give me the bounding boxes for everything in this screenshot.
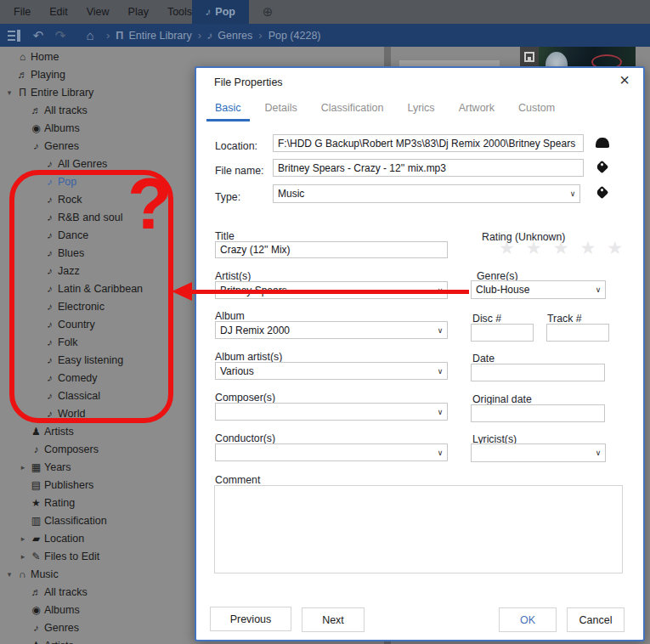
star-icon[interactable]: ★ [579, 238, 596, 258]
date-input[interactable] [471, 364, 605, 381]
breadcrumb-toolbar: ↶ ↷ ⌂ › ΠEntire Library › ♪Genres › Pop … [0, 24, 650, 47]
tab-classification[interactable]: Classification [313, 100, 393, 121]
sidebar-item-label: Classification [44, 515, 107, 527]
star-icon[interactable]: ★ [607, 238, 623, 258]
sidebar-item-location[interactable]: ▸▰Location [0, 529, 195, 547]
title-label: Title [215, 230, 235, 242]
composer-label: Composer(s) [215, 392, 275, 404]
sidebar-item-label: Files to Edit [44, 551, 99, 562]
sidebar-item-label: All tracks [44, 586, 88, 598]
rating-stars[interactable]: ★ ★ ★ ★ ★ [499, 238, 623, 258]
annotation-arrow-line [190, 290, 469, 294]
disc-input[interactable] [471, 324, 534, 342]
sidebar-item-label: Artists [44, 640, 74, 644]
sidebar-item-genres[interactable]: ♪Genres [0, 619, 195, 636]
location-input[interactable] [273, 134, 584, 152]
sidebar-item-artists[interactable]: ♟Artists [0, 636, 195, 644]
expander-icon[interactable]: ▸ [17, 534, 29, 543]
album-label: Album [215, 310, 245, 322]
tab-details[interactable]: Details [257, 100, 306, 121]
sidebar-item-genres[interactable]: ♪Genres [0, 137, 195, 155]
expander-icon[interactable]: ▾ [3, 570, 15, 579]
tab-artwork[interactable]: Artwork [450, 100, 503, 121]
sidebar-item-artists[interactable]: ♟Artists [0, 422, 195, 440]
sidebar-item-all-tracks[interactable]: ♬All tracks [0, 101, 195, 119]
menu-file[interactable]: File [4, 6, 40, 18]
album-select[interactable]: DJ Remix 2000 ∨ [215, 321, 448, 339]
menu-bar: File Edit View Play Tools Help ♪ Pop ⊕ [0, 0, 650, 24]
sidebar-item-label: Home [31, 51, 59, 63]
expander-icon[interactable]: ▾ [3, 88, 15, 97]
sidebar-item-playing[interactable]: ♬Playing [0, 65, 195, 83]
expander-icon[interactable]: ▸ [17, 552, 29, 561]
tab-lyrics[interactable]: Lyrics [398, 100, 443, 121]
new-tab-button[interactable]: ⊕ [256, 0, 280, 24]
sidebar-item-label: All Genres [58, 158, 107, 170]
menu-view[interactable]: View [77, 6, 119, 18]
breadcrumb-pop[interactable]: Pop (4228) [268, 30, 321, 42]
sidebar-item-composers[interactable]: ♪Composers [0, 440, 195, 458]
sidebar-item-entire-library[interactable]: ▾ΠEntire Library [0, 83, 195, 101]
sidebar-item-label: Years [44, 461, 71, 473]
sidebar-item-label: Composers [44, 443, 99, 455]
undo-icon[interactable]: ↶ [27, 24, 49, 47]
annotation-question-mark: ? [127, 167, 172, 240]
next-button[interactable]: Next [302, 607, 365, 632]
sidebar-item-all-tracks[interactable]: ♬All tracks [0, 583, 195, 601]
previous-button[interactable]: Previous [210, 607, 291, 631]
tag-icon[interactable] [596, 161, 609, 174]
doc-icon: ▤ [29, 479, 43, 491]
tab-pop[interactable]: ♪ Pop [192, 0, 249, 24]
file-name-label: File name: [215, 165, 263, 177]
ok-button[interactable]: OK [499, 607, 557, 632]
original-date-input[interactable] [471, 404, 605, 422]
tab-basic[interactable]: Basic [206, 100, 250, 121]
location-label: Location: [215, 140, 257, 152]
composer-select[interactable]: ∨ [215, 403, 448, 421]
sidebar-toggle-icon[interactable] [5, 24, 22, 47]
conductor-label: Conductor(s) [215, 432, 275, 444]
sidebar-item-rating[interactable]: ★Rating [0, 494, 195, 511]
comment-textarea[interactable] [214, 485, 623, 573]
star-icon[interactable]: ★ [553, 238, 569, 258]
cancel-button[interactable]: Cancel [567, 607, 625, 632]
sidebar-item-classification[interactable]: ▥Classification [0, 511, 195, 529]
home-icon: ⌂ [15, 51, 30, 63]
file-name-input[interactable] [273, 159, 584, 177]
sidebar-item-label: Genres [44, 140, 79, 152]
library-icon: Π [15, 87, 30, 99]
breadcrumb-entire-library[interactable]: ΠEntire Library [116, 30, 191, 42]
sidebar-item-albums[interactable]: ◉Albums [0, 119, 195, 137]
redo-icon[interactable]: ↷ [49, 24, 71, 47]
breadcrumb-separator: › [258, 29, 262, 42]
disc-icon: ◉ [29, 604, 43, 616]
drive-icon[interactable] [596, 138, 609, 148]
sidebar-item-files-to-edit[interactable]: ▸✎Files to Edit [0, 547, 195, 565]
sidebar-item-publishers[interactable]: ▤Publishers [0, 476, 195, 494]
file-properties-dialog: File Properties × Basic Details Classifi… [195, 66, 645, 641]
menu-edit[interactable]: Edit [40, 6, 77, 18]
menu-play[interactable]: Play [119, 6, 158, 18]
sidebar-item-albums[interactable]: ◉Albums [0, 601, 195, 619]
breadcrumb-genres[interactable]: ♪Genres [207, 30, 252, 42]
tag-icon[interactable] [596, 186, 609, 200]
chevron-down-icon: ∨ [591, 449, 605, 457]
type-select[interactable]: Music ∨ [273, 184, 580, 203]
home-icon[interactable]: ⌂ [80, 24, 100, 47]
conductor-select[interactable]: ∨ [215, 443, 448, 461]
album-artist-select[interactable]: Various ∨ [215, 362, 448, 380]
sidebar-item-years[interactable]: ▸▦Years [0, 458, 195, 476]
expander-icon[interactable]: ▸ [17, 463, 29, 472]
star-icon[interactable]: ★ [526, 238, 542, 258]
sidebar-item-home[interactable]: ⌂Home [0, 48, 195, 65]
sidebar-item-music[interactable]: ▾∩Music [0, 565, 195, 583]
type-label: Type: [215, 191, 240, 203]
tab-pop-label: Pop [215, 6, 235, 18]
title-input[interactable] [215, 241, 448, 258]
lyricist-select[interactable]: ∨ [471, 443, 606, 462]
close-icon[interactable]: × [614, 70, 635, 90]
genre-select[interactable]: Club-House ∨ [471, 280, 606, 299]
star-icon[interactable]: ★ [499, 238, 515, 258]
tab-custom[interactable]: Custom [510, 100, 563, 121]
track-input[interactable] [546, 324, 609, 342]
